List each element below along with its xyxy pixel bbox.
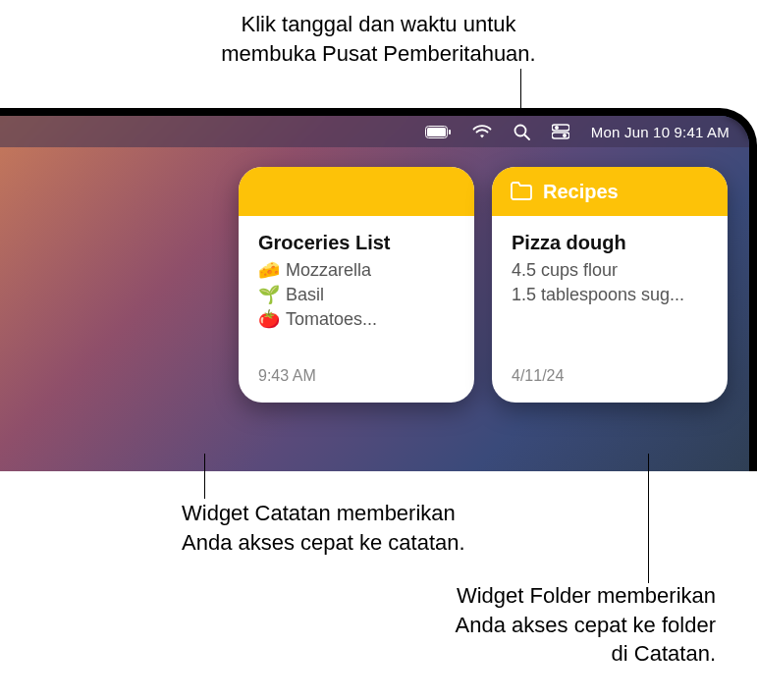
notes-widget-header (239, 167, 474, 216)
folder-note-title: Pizza dough (512, 232, 708, 254)
annotation-text: Klik tanggal dan waktu untuk (241, 12, 515, 36)
folder-icon (510, 182, 533, 201)
note-line: 🌱 Basil (258, 283, 455, 307)
note-title: Groceries List (258, 232, 455, 254)
annotation-text: Anda akses cepat ke folder (456, 613, 716, 637)
annotation-notes-widget: Widget Catatan memberikan Anda akses cep… (182, 499, 465, 557)
tomato-icon: 🍅 (258, 307, 280, 332)
annotation-datetime: Klik tanggal dan waktu untuk membuka Pus… (0, 10, 757, 68)
wifi-icon[interactable] (472, 125, 492, 138)
note-timestamp: 9:43 AM (239, 367, 474, 403)
annotation-text: Widget Catatan memberikan (182, 501, 456, 525)
device-frame: Mon Jun 10 9:41 AM Groceries List 🧀 Mozz… (0, 108, 757, 471)
folder-note-line: 1.5 tablespoons sug... (512, 283, 708, 307)
folder-header-label: Recipes (543, 181, 619, 203)
notes-widget-body: Groceries List 🧀 Mozzarella 🌱 Basil 🍅 To… (239, 216, 474, 367)
note-line: 🧀 Mozzarella (258, 258, 455, 283)
svg-rect-7 (552, 133, 569, 138)
note-item-text: Basil (286, 283, 324, 307)
widgets-area: Groceries List 🧀 Mozzarella 🌱 Basil 🍅 To… (239, 167, 728, 403)
annotation-text: membuka Pusat Pemberitahuan. (221, 41, 535, 66)
note-line: 🍅 Tomatoes... (258, 307, 455, 332)
herb-icon: 🌱 (258, 283, 280, 307)
annotation-folder-widget: Widget Folder memberikan Anda akses cepa… (0, 581, 716, 669)
folder-note-date: 4/11/24 (492, 367, 728, 403)
menu-bar: Mon Jun 10 9:41 AM (0, 116, 749, 147)
control-center-icon[interactable] (552, 124, 569, 139)
annotation-text: Anda akses cepat ke catatan. (182, 530, 465, 555)
cheese-icon: 🧀 (258, 258, 280, 283)
svg-rect-5 (552, 125, 569, 131)
callout-line (204, 454, 205, 499)
folder-widget-body: Pizza dough 4.5 cups flour 1.5 tablespoo… (492, 216, 728, 367)
annotation-text: di Catatan. (612, 641, 716, 666)
svg-point-8 (563, 134, 567, 137)
menubar-datetime[interactable]: Mon Jun 10 9:41 AM (591, 124, 730, 140)
svg-rect-1 (427, 128, 446, 136)
spotlight-search-icon[interactable] (514, 124, 530, 140)
folder-note-line: 4.5 cups flour (512, 258, 708, 283)
note-item-text: Tomatoes... (286, 307, 377, 332)
desktop-screen: Mon Jun 10 9:41 AM Groceries List 🧀 Mozz… (0, 116, 749, 471)
svg-line-4 (524, 135, 529, 139)
battery-icon[interactable] (425, 126, 451, 138)
callout-line (648, 454, 649, 583)
svg-point-3 (514, 125, 525, 135)
svg-rect-2 (449, 130, 451, 135)
notes-widget[interactable]: Groceries List 🧀 Mozzarella 🌱 Basil 🍅 To… (239, 167, 474, 403)
svg-point-6 (555, 126, 559, 130)
annotation-text: Widget Folder memberikan (457, 583, 716, 608)
note-item-text: Mozzarella (286, 258, 371, 283)
folder-widget-header: Recipes (492, 167, 728, 216)
folder-widget[interactable]: Recipes Pizza dough 4.5 cups flour 1.5 t… (492, 167, 728, 403)
